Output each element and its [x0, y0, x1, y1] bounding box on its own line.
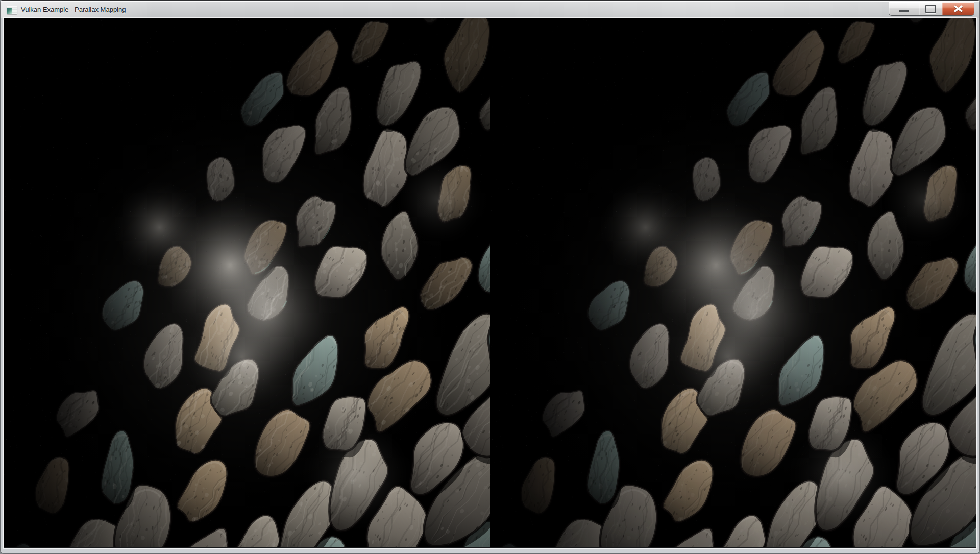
app-icon-content-pane [12, 8, 17, 14]
app-window: Vulkan Example - Parallax Mapping [0, 0, 980, 554]
minimize-icon [899, 10, 909, 12]
window-controls [889, 2, 974, 16]
render-view-left[interactable] [4, 18, 490, 547]
titlebar[interactable]: Vulkan Example - Parallax Mapping [1, 1, 979, 18]
render-area [4, 18, 976, 547]
close-icon [953, 5, 964, 13]
close-button[interactable] [942, 2, 974, 15]
app-icon-glyph [7, 8, 17, 14]
titlebar-sheen [1, 1, 979, 18]
maximize-icon [925, 5, 936, 13]
app-icon[interactable] [7, 6, 17, 14]
app-icon-content-teal [7, 8, 12, 14]
window-title: Vulkan Example - Parallax Mapping [21, 1, 126, 18]
render-view-right[interactable] [490, 18, 976, 547]
minimize-button[interactable] [889, 2, 919, 15]
maximize-button[interactable] [919, 2, 942, 15]
